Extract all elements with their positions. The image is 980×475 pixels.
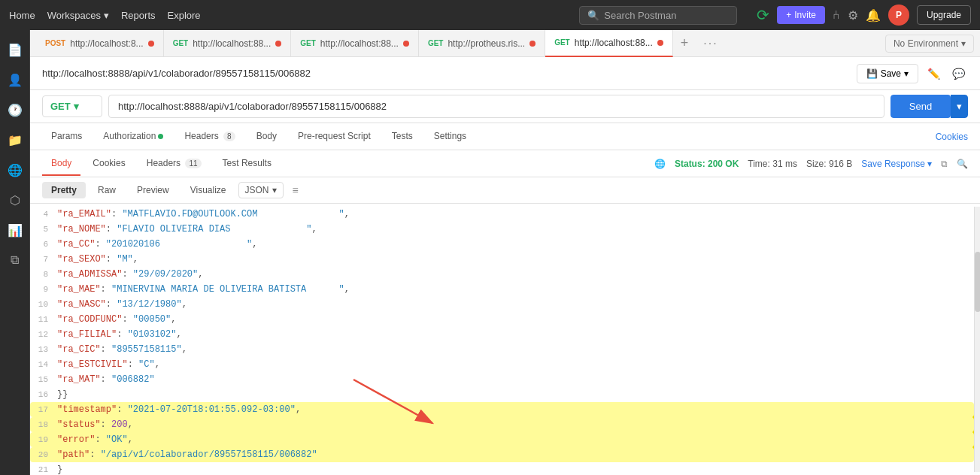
environment-selector[interactable]: No Environment ▾	[885, 35, 974, 53]
tab-add-button[interactable]: +	[673, 35, 696, 51]
tab-get-4-active[interactable]: GET http://localhost:88...	[545, 30, 673, 57]
copy-icon[interactable]: ⧉	[941, 159, 948, 169]
highlighted-section: 17 "timestamp": "2021-07-20T18:01:55.092…	[30, 402, 974, 462]
sidebar-mock-icon[interactable]: ⬡	[2, 186, 29, 213]
search-response-icon[interactable]: 🔍	[957, 159, 968, 169]
format-tab-raw[interactable]: Raw	[89, 182, 125, 198]
main-layout: 📄 👤 🕐 📁 🌐 ⬡ 📊 ⧉ POST http://localhost:8.…	[0, 30, 980, 475]
auth-active-dot	[158, 134, 163, 139]
request-bar: GET ▾ Send ▾	[30, 90, 980, 123]
format-type-select[interactable]: JSON ▾	[238, 182, 284, 198]
top-navigation: Home Workspaces ▾ Reports Explore 🔍 Sear…	[0, 0, 980, 30]
code-line-10: 10 "ra_NASC": "13/12/1980",	[30, 297, 974, 312]
resp-tab-cookies[interactable]: Cookies	[83, 152, 134, 176]
upgrade-button[interactable]: Upgrade	[917, 5, 971, 25]
globe-icon: 🌐	[654, 159, 666, 169]
edit-icon[interactable]: ✏️	[924, 65, 943, 83]
chevron-down-icon: ▾	[927, 159, 932, 169]
invite-button[interactable]: + Invite	[777, 6, 825, 24]
code-line-21: 21 }	[30, 462, 974, 475]
url-actions: 💾 Save ▾ ✏️ 💬	[857, 64, 968, 83]
send-button[interactable]: Send	[890, 95, 951, 118]
format-tab-preview[interactable]: Preview	[128, 182, 178, 198]
req-tab-settings[interactable]: Settings	[425, 125, 475, 149]
scrollbar[interactable]	[974, 207, 980, 472]
req-tab-authorization[interactable]: Authorization	[94, 125, 172, 149]
current-url: http://localhost:8888/api/v1/colaborador…	[42, 68, 851, 79]
sync-icon[interactable]: ⟳	[757, 6, 769, 24]
settings-icon[interactable]: ⚙	[848, 8, 858, 23]
response-status: 🌐 Status: 200 OK Time: 31 ms Size: 916 B…	[654, 159, 968, 169]
url-input[interactable]	[108, 95, 884, 118]
sidebar-env-icon[interactable]: 🌐	[2, 156, 29, 183]
format-tab-pretty[interactable]: Pretty	[42, 182, 86, 198]
nav-workspaces[interactable]: Workspaces ▾	[47, 10, 109, 21]
save-button[interactable]: 💾 Save ▾	[857, 64, 918, 83]
nav-actions: ⟳ + Invite ⑃ ⚙ 🔔 P Upgrade	[757, 5, 971, 26]
tab-dirty-dot	[657, 40, 663, 46]
avatar[interactable]: P	[888, 5, 909, 26]
resp-tab-body[interactable]: Body	[42, 152, 80, 176]
status-badge: Status: 200 OK	[675, 159, 739, 169]
req-tab-params[interactable]: Params	[42, 125, 91, 149]
bell-icon[interactable]: 🔔	[866, 8, 881, 23]
method-select[interactable]: GET ▾	[42, 95, 102, 117]
tab-more-button[interactable]: ···	[696, 37, 725, 50]
resp-tab-test-results[interactable]: Test Results	[214, 152, 281, 176]
nav-reports[interactable]: Reports	[121, 10, 156, 21]
code-line-17: 17 "timestamp": "2021-07-20T18:01:55.092…	[30, 402, 974, 417]
tab-post-1[interactable]: POST http://localhost:8...	[36, 30, 164, 57]
tab-get-2[interactable]: GET http://localhost:88...	[291, 30, 419, 57]
search-bar[interactable]: 🔍 Search Postman	[579, 6, 737, 25]
tab-method: GET	[554, 38, 570, 47]
comment-icon[interactable]: 💬	[949, 65, 968, 83]
code-line-16: 16 }}	[30, 387, 974, 402]
code-line-8: 8 "ra_ADMISSA": "29/09/2020",	[30, 267, 974, 282]
tab-method: GET	[300, 39, 316, 47]
format-bar: Pretty Raw Preview Visualize JSON ▾ ≡	[30, 177, 980, 204]
sidebar-new-icon[interactable]: 📄	[2, 36, 29, 63]
resp-tab-headers[interactable]: Headers 11	[138, 152, 211, 176]
left-sidebar: 📄 👤 🕐 📁 🌐 ⬡ 📊 ⧉	[0, 30, 30, 475]
tabs-bar: POST http://localhost:8... GET http://lo…	[30, 30, 980, 57]
code-line-5: 5 "ra_NOME": "FLAVIO OLIVEIRA DIAS ",	[30, 222, 974, 237]
nav-home[interactable]: Home	[9, 10, 35, 21]
request-tabs: Params Authorization Headers 8 Body Pre-…	[30, 123, 980, 150]
code-line-19: 19 "error": "OK",	[30, 432, 974, 447]
chevron-down-icon: ▾	[104, 10, 109, 21]
tab-url: http://protheus.ris...	[448, 38, 525, 49]
nav-explore[interactable]: Explore	[168, 10, 201, 21]
response-tabs: Body Cookies Headers 11 Test Results 🌐 S…	[30, 150, 980, 177]
req-tab-headers[interactable]: Headers 8	[175, 125, 244, 149]
tab-get-3[interactable]: GET http://protheus.ris...	[419, 30, 545, 57]
cookies-link[interactable]: Cookies	[936, 132, 968, 142]
req-tab-prerequest[interactable]: Pre-request Script	[289, 125, 380, 149]
tab-dirty-dot	[275, 41, 281, 47]
filter-icon[interactable]: ≡	[293, 184, 299, 196]
code-line-11: 11 "ra_CODFUNC": "00050",	[30, 312, 974, 327]
code-line-13: 13 "ra_CIC": "89557158115",	[30, 342, 974, 357]
sidebar-people-icon[interactable]: 👤	[2, 66, 29, 93]
code-line-15: 15 "ra_MAT": "006882"	[30, 372, 974, 387]
chevron-down-icon: ▾	[904, 68, 909, 79]
tab-url: http://localhost:88...	[575, 38, 653, 48]
sidebar-monitor-icon[interactable]: 📊	[2, 216, 29, 244]
code-line-4: 4 "ra_EMAIL": "MATFLAVIO.FD@OUTLOOK.COM …	[30, 207, 974, 222]
content-area: POST http://localhost:8... GET http://lo…	[30, 30, 980, 475]
code-line-20: 20 "path": "/api/v1/colaborador/89557158…	[30, 447, 974, 462]
search-icon: 🔍	[587, 10, 599, 21]
tab-method: GET	[173, 39, 189, 47]
format-tab-visualize[interactable]: Visualize	[181, 182, 235, 198]
send-dropdown-button[interactable]: ▾	[951, 95, 968, 118]
scrollbar-thumb[interactable]	[975, 252, 980, 312]
save-response-button[interactable]: Save Response ▾	[861, 159, 932, 169]
req-tab-tests[interactable]: Tests	[383, 125, 422, 149]
plus-icon: +	[786, 10, 791, 20]
sidebar-flow-icon[interactable]: ⧉	[2, 247, 29, 274]
req-tab-body[interactable]: Body	[247, 125, 286, 149]
fork-icon[interactable]: ⑃	[833, 8, 840, 22]
chevron-down-icon: ▾	[74, 101, 79, 112]
sidebar-collection-icon[interactable]: 📁	[2, 126, 29, 153]
sidebar-history-icon[interactable]: 🕐	[2, 96, 29, 123]
tab-get-1[interactable]: GET http://localhost:88...	[164, 30, 292, 57]
